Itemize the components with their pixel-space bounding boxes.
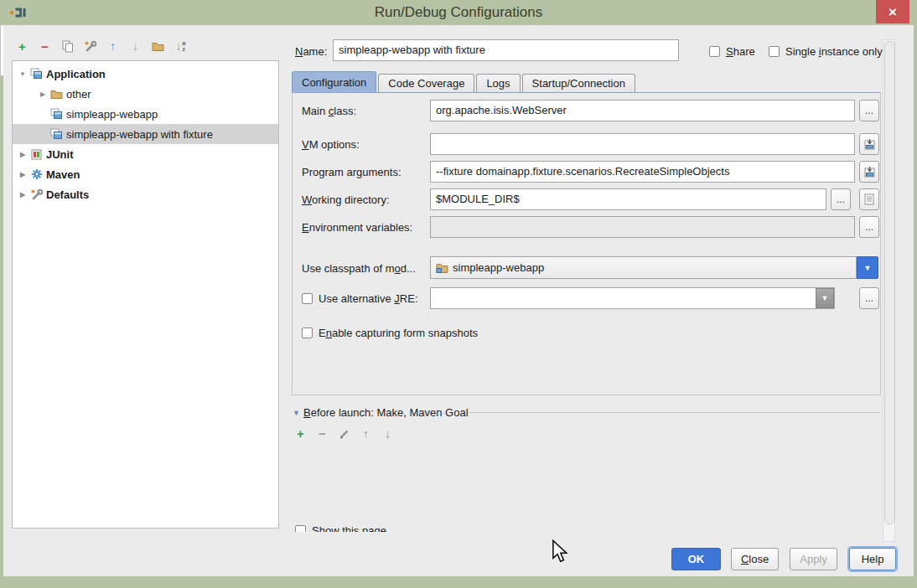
- tree-item-simpleapp-webapp-with-fixture[interactable]: simpleapp-webapp with fixture: [13, 124, 278, 144]
- document-icon: [864, 193, 874, 205]
- tree-item-label: Defaults: [46, 188, 89, 201]
- titlebar[interactable]: Run/Debug Configurations ×: [0, 0, 917, 25]
- vm-options-expand-button[interactable]: [859, 133, 879, 155]
- show-this-page-checkbox[interactable]: [295, 525, 306, 532]
- alternative-jre-dropdown-button[interactable]: ▼: [816, 288, 834, 308]
- ok-button[interactable]: OK: [671, 548, 721, 570]
- before-launch-toolbar: + − ↑ ↓: [293, 426, 395, 441]
- alternative-jre-checkbox-row[interactable]: Use alternative JRE:: [302, 292, 418, 305]
- classpath-module-select[interactable]: simpleapp-webapp: [430, 256, 857, 279]
- single-instance-checkbox-row[interactable]: Single instance only: [769, 45, 883, 58]
- environment-variables-input[interactable]: [430, 216, 855, 238]
- environment-variables-browse-button[interactable]: ...: [859, 216, 879, 238]
- working-directory-browse-button[interactable]: ...: [831, 188, 851, 210]
- mouse-cursor: [552, 539, 568, 563]
- ellipsis-icon: ...: [837, 193, 845, 205]
- vm-options-input[interactable]: [430, 133, 855, 155]
- tree-item-label: simpleapp-webapp with fixture: [66, 128, 213, 141]
- show-this-page-checkbox-row[interactable]: Show this page: [295, 524, 386, 532]
- tab-code-coverage[interactable]: Code Coverage: [378, 74, 474, 93]
- environment-variables-label: Environment variables:: [302, 221, 412, 234]
- main-class-browse-button[interactable]: ...: [859, 100, 879, 121]
- form-snapshots-checkbox-row[interactable]: Enable capturing form snapshots: [302, 327, 478, 339]
- ellipsis-icon: ...: [865, 292, 873, 304]
- alternative-jre-browse-button[interactable]: ...: [859, 287, 879, 309]
- working-directory-macros-button[interactable]: [859, 188, 879, 210]
- scrollbar-thumb[interactable]: [884, 41, 895, 524]
- tree-item-application[interactable]: ▼ Application: [13, 64, 278, 84]
- expand-arrow-icon[interactable]: ▶: [16, 151, 29, 158]
- move-up-button[interactable]: ↑: [106, 39, 120, 54]
- ellipsis-icon: ...: [865, 105, 873, 116]
- alternative-jre-label: Use alternative JRE:: [319, 292, 418, 305]
- sort-arrow-icon: ↓: [176, 39, 182, 53]
- share-label: Share: [726, 45, 755, 58]
- program-arguments-input[interactable]: --fixture domainapp.fixture.scenarios.Re…: [430, 161, 855, 183]
- form-snapshots-checkbox[interactable]: [302, 328, 313, 338]
- collapse-arrow-icon[interactable]: ▼: [16, 70, 29, 78]
- working-directory-input[interactable]: $MODULE_DIR$: [430, 188, 826, 210]
- single-instance-checkbox[interactable]: [769, 46, 780, 57]
- alternative-jre-checkbox[interactable]: [302, 293, 313, 304]
- tab-logs[interactable]: Logs: [476, 74, 520, 93]
- classpath-module-dropdown-button[interactable]: ▼: [857, 256, 878, 279]
- folder-group-button[interactable]: [151, 39, 165, 54]
- close-button[interactable]: ×: [876, 0, 909, 23]
- folder-icon: [49, 89, 64, 99]
- name-input[interactable]: simpleapp-webapp with fixture: [333, 39, 679, 61]
- alternative-jre-input[interactable]: [430, 287, 835, 309]
- tree-item-defaults[interactable]: ▶ Defaults: [13, 184, 278, 204]
- wrench-icon: [29, 188, 44, 201]
- single-instance-label: Single instance only: [785, 45, 883, 58]
- before-launch-collapse-icon[interactable]: ▼: [293, 409, 300, 417]
- tree-item-junit[interactable]: ▶ JUnit: [13, 144, 278, 164]
- before-launch-move-up-button[interactable]: ↑: [359, 426, 373, 441]
- main-class-label: Main class:: [302, 105, 356, 117]
- main-class-input[interactable]: org.apache.isis.WebServer: [430, 100, 855, 121]
- expand-arrow-icon[interactable]: ▶: [16, 191, 29, 199]
- before-launch-add-button[interactable]: +: [293, 426, 308, 441]
- configurations-tree: ▼ Application ▶ other simpleapp-: [12, 60, 279, 529]
- copy-icon: [62, 40, 74, 53]
- vertical-scrollbar[interactable]: [883, 39, 895, 542]
- before-launch-move-down-button[interactable]: ↓: [381, 426, 395, 441]
- share-checkbox[interactable]: [709, 46, 720, 57]
- sort-configurations-button[interactable]: ↓ az: [174, 39, 188, 54]
- add-configuration-button[interactable]: +: [15, 39, 29, 54]
- before-launch-remove-button[interactable]: −: [315, 426, 329, 441]
- classpath-module-value: simpleapp-webapp: [453, 261, 544, 274]
- before-launch-header[interactable]: Before launch: Make, Maven Goal: [303, 406, 469, 419]
- expand-arrow-icon[interactable]: ▶: [16, 171, 29, 178]
- move-down-button[interactable]: ↓: [128, 39, 142, 54]
- edit-defaults-button[interactable]: [83, 39, 97, 54]
- remove-configuration-button[interactable]: −: [38, 39, 52, 54]
- expand-arrow-icon[interactable]: ▶: [36, 90, 49, 98]
- tab-startup-connection[interactable]: Startup/Connection: [522, 74, 635, 93]
- apply-button[interactable]: Apply: [790, 548, 837, 570]
- help-button[interactable]: Help: [849, 548, 896, 570]
- application-icon: [29, 68, 44, 80]
- tree-item-maven[interactable]: ▶ Maven: [13, 164, 278, 184]
- close-icon: ×: [889, 5, 897, 19]
- share-checkbox-row[interactable]: Share: [709, 45, 755, 58]
- tree-item-other[interactable]: ▶ other: [13, 84, 278, 104]
- tab-configuration[interactable]: Configuration: [292, 71, 376, 93]
- wrench-icon: [84, 40, 97, 53]
- ellipsis-icon: ...: [865, 221, 873, 233]
- clipped-checkbox-row: Show this page: [292, 523, 543, 532]
- before-launch-separator: [469, 412, 881, 413]
- maven-icon: [29, 168, 44, 180]
- module-icon: [436, 262, 448, 273]
- close-dialog-button[interactable]: Close: [731, 548, 779, 570]
- copy-configuration-button[interactable]: [60, 39, 75, 54]
- program-arguments-expand-button[interactable]: [859, 161, 879, 183]
- expand-editor-icon: [863, 138, 876, 151]
- form-snapshots-label: Enable capturing form snapshots: [319, 327, 478, 339]
- tab-bar: Configuration Code Coverage Logs Startup…: [292, 71, 881, 93]
- before-launch-edit-button[interactable]: [337, 426, 351, 441]
- folder-icon: [152, 41, 164, 51]
- application-icon: [49, 128, 64, 140]
- tree-item-simpleapp-webapp[interactable]: simpleapp-webapp: [13, 104, 278, 124]
- tree-item-label: JUnit: [46, 148, 74, 161]
- dropdown-arrow-icon: ▼: [864, 264, 872, 272]
